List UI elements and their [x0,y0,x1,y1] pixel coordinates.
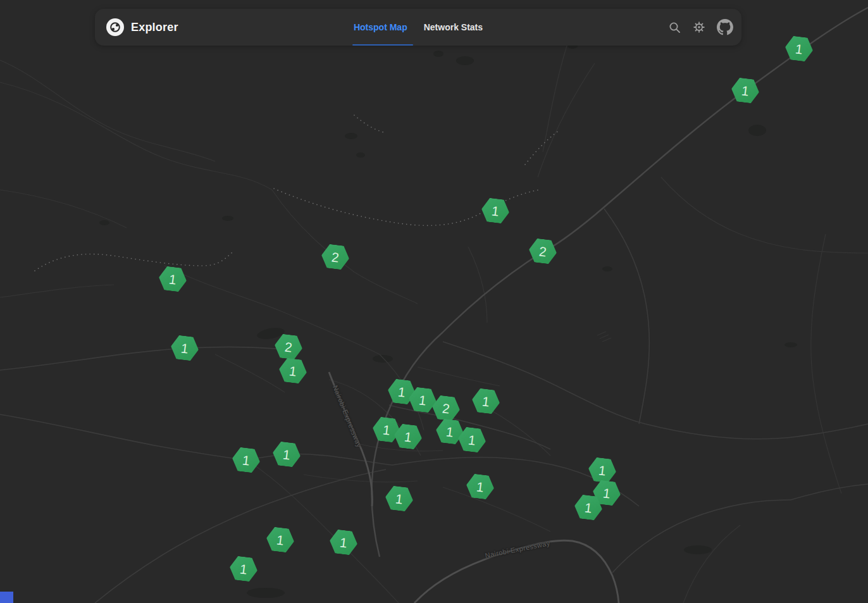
hotspot-count: 1 [382,423,391,437]
hotspot-count: 1 [476,480,485,494]
hotspot-count: 1 [481,394,490,408]
hotspot-count: 1 [741,84,750,97]
boundary-dotted-lines [35,115,560,271]
map-canvas[interactable]: 1 1 1 2 2 1 1 2 1 1 1 2 1 1 1 1 1 1 1 1 … [0,0,868,603]
hotspot-count: 2 [442,401,450,415]
park-patches [99,42,797,598]
search-icon [668,21,681,34]
gear-icon [692,20,706,34]
minor-roads [0,38,868,603]
hotspot-count: 2 [284,340,293,354]
hotspot-count: 1 [445,425,454,438]
major-roads [372,8,868,557]
hotspot-count: 1 [180,341,189,355]
hotspot-count: 1 [288,364,297,378]
hotspot-count: 1 [584,500,593,514]
search-button[interactable] [668,21,681,34]
tab-hotspot-map[interactable]: Hotspot Map [354,22,407,32]
hotspot-count: 2 [538,244,547,258]
hotspot-count: 1 [598,463,607,477]
hotspot-count: 1 [282,447,291,461]
hotspot-count: 1 [795,42,803,56]
hotspot-count: 1 [491,204,500,218]
header-bar: Explorer Hotspot Map Network Stats [95,9,741,46]
hotspot-count: 1 [276,533,285,547]
github-button[interactable] [717,19,733,35]
hotspot-count: 2 [331,250,340,264]
github-icon [717,19,733,35]
hotspot-count: 1 [339,535,348,549]
hotspot-count: 1 [397,385,406,399]
hotspot-count: 1 [602,486,611,500]
hotspot-count: 1 [395,492,404,506]
hotspot-count: 1 [468,433,476,447]
hotspot-count: 1 [242,453,251,467]
hotspot-count: 1 [418,393,427,407]
nav-tabs: Hotspot Map Network Stats [95,9,741,46]
hotspot-count: 1 [239,562,248,576]
map-logo-square[interactable] [0,592,13,603]
active-tab-underline [352,44,413,46]
tab-network-stats[interactable]: Network Stats [424,22,483,32]
hotspot-count: 1 [168,272,177,286]
header-icons [668,9,733,46]
hotspot-count: 1 [404,430,412,444]
settings-button[interactable] [692,20,706,34]
app-window: 1 1 1 2 2 1 1 2 1 1 1 2 1 1 1 1 1 1 1 1 … [0,0,868,603]
